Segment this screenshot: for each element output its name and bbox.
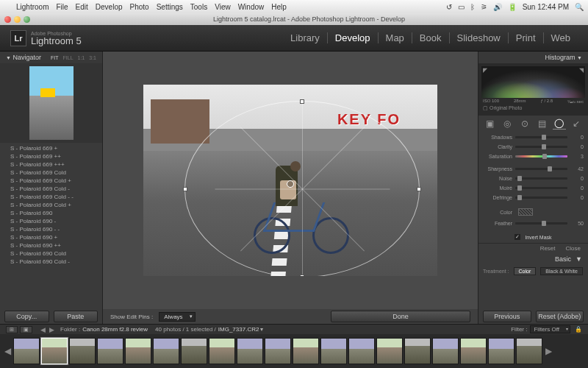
previous-button[interactable]: Previous xyxy=(483,311,531,322)
menu-tools[interactable]: Tools xyxy=(190,3,207,11)
filmstrip-thumb[interactable] xyxy=(209,338,235,364)
filmstrip-thumb[interactable] xyxy=(404,338,431,364)
preset-item[interactable]: S - Polaroid 669 +++ xyxy=(0,160,102,169)
preset-item[interactable]: S - Polaroid 690 + xyxy=(0,233,102,241)
filmstrip-thumb[interactable] xyxy=(237,338,263,364)
filmstrip-thumb[interactable] xyxy=(516,338,542,364)
slider-knob[interactable] xyxy=(548,166,552,171)
preset-item[interactable]: S - Polaroid 669 Cold + xyxy=(0,201,102,209)
menu-window[interactable]: Window xyxy=(238,3,265,11)
menu-photo[interactable]: Photo xyxy=(130,3,149,11)
redeye-tool-icon[interactable]: ⊙ xyxy=(518,118,531,130)
filmstrip-thumb[interactable] xyxy=(69,338,96,364)
basic-panel-header[interactable]: Basic ▼ xyxy=(478,253,588,265)
nav-next-icon[interactable]: ▶ xyxy=(47,326,56,333)
preset-item[interactable]: S - Polaroid 690 ++ xyxy=(0,241,102,250)
filmstrip-thumb[interactable] xyxy=(265,338,291,364)
menu-file[interactable]: File xyxy=(56,3,68,11)
clock-text[interactable]: Sun 12:44 PM xyxy=(523,3,569,11)
preset-item[interactable]: S - Polaroid 669 Cold + xyxy=(0,177,102,185)
invert-mask-checkbox[interactable]: ✓ xyxy=(514,234,520,240)
module-print[interactable]: Print xyxy=(509,32,544,43)
slider-track[interactable] xyxy=(515,155,567,158)
menu-edit[interactable]: Edit xyxy=(76,3,88,11)
slider-defringe[interactable]: Defringe0 xyxy=(483,193,584,202)
preset-item[interactable]: S - Polaroid 669 ++ xyxy=(0,152,102,160)
zoom-3-1[interactable]: 3:1 xyxy=(89,55,96,60)
slider-knob[interactable] xyxy=(517,176,522,181)
disclosure-icon[interactable]: ▼ xyxy=(576,255,582,263)
preset-item[interactable]: S - Polaroid 690 Cold - xyxy=(0,258,102,266)
filmstrip-thumb[interactable] xyxy=(320,338,347,364)
graduated-tool-icon[interactable]: ▤ xyxy=(535,118,548,130)
menu-settings[interactable]: Settings xyxy=(157,3,183,11)
filmstrip-thumb[interactable] xyxy=(488,338,514,364)
preset-item[interactable]: S - Polaroid 690 - xyxy=(0,217,102,225)
filmstrip-thumb[interactable] xyxy=(181,338,207,364)
slider-moiré[interactable]: Moiré0 xyxy=(483,183,584,193)
zoom-fill[interactable]: FILL xyxy=(63,55,74,60)
slider-clarity[interactable]: Clarity0 xyxy=(483,142,584,152)
radial-tool-icon[interactable]: ◯ xyxy=(553,118,566,130)
filmstrip-thumb[interactable] xyxy=(153,338,179,364)
module-library[interactable]: Library xyxy=(283,32,328,43)
menu-lightroom[interactable]: Lightroom xyxy=(16,3,49,11)
zoom-icon[interactable] xyxy=(24,16,30,23)
radial-handle-left[interactable] xyxy=(183,187,187,191)
preset-item[interactable]: S - Polaroid 669 Cold - - xyxy=(0,193,102,201)
filmstrip-thumb[interactable] xyxy=(97,338,123,364)
navigator-thumb[interactable] xyxy=(29,66,74,140)
slider-sharpness[interactable]: Sharpness42 xyxy=(483,164,584,174)
disclosure-icon[interactable]: ▼ xyxy=(6,55,11,60)
reset-adobe-button[interactable]: Reset (Adobe) xyxy=(536,311,584,322)
navigator-header[interactable]: ▼ Navigator FIT FILL 1:1 3:1 xyxy=(0,52,102,63)
preset-item[interactable]: S - Polaroid 690 xyxy=(0,209,102,217)
slider-knob[interactable] xyxy=(542,144,546,149)
filmstrip-thumb[interactable] xyxy=(376,338,403,364)
menu-view[interactable]: View xyxy=(215,3,231,11)
filmstrip-thumb[interactable] xyxy=(41,338,68,364)
mask-close-button[interactable]: Close xyxy=(566,245,581,252)
grid-view-icon[interactable]: ⊞ xyxy=(6,326,18,333)
crop-tool-icon[interactable]: ▣ xyxy=(484,118,497,130)
mask-reset-button[interactable]: Reset xyxy=(540,245,556,252)
slider-track[interactable] xyxy=(515,197,567,199)
treatment-bw[interactable]: Black & White xyxy=(540,267,583,275)
preset-item[interactable]: S - Polaroid 669 Cold xyxy=(0,169,102,177)
radial-handle-right[interactable] xyxy=(417,187,421,191)
display-icon[interactable]: ▭ xyxy=(458,3,465,11)
nav-prev-icon[interactable]: ◀ xyxy=(38,326,47,333)
histogram-header[interactable]: Histogram ▼ xyxy=(478,52,588,63)
slider-knob[interactable] xyxy=(517,185,522,191)
slider-track[interactable] xyxy=(515,168,567,170)
filmstrip-prev-icon[interactable]: ◀ xyxy=(3,346,12,356)
filter-select[interactable]: Filters Off xyxy=(530,325,570,333)
close-icon[interactable] xyxy=(4,16,11,23)
slider-knob[interactable] xyxy=(542,154,547,159)
filmstrip-next-icon[interactable]: ▶ xyxy=(544,346,553,356)
bluetooth-icon[interactable]: ᛒ xyxy=(470,3,475,11)
radial-filter-overlay[interactable] xyxy=(184,101,420,276)
radial-handle-top[interactable] xyxy=(300,99,304,104)
filmstrip-thumb[interactable] xyxy=(13,338,40,364)
filmstrip-thumb[interactable] xyxy=(293,338,319,364)
spotlight-icon[interactable]: 🔍 xyxy=(575,3,584,11)
zoom-1-1[interactable]: 1:1 xyxy=(78,55,85,60)
radial-filter-pin[interactable] xyxy=(287,180,294,188)
slider-track[interactable] xyxy=(515,136,567,138)
preset-item[interactable]: S - Polaroid 690 Cold xyxy=(0,250,102,258)
filmstrip-thumb[interactable] xyxy=(460,338,487,364)
filter-lock-icon[interactable]: 🔒 xyxy=(575,326,582,333)
zoom-fit[interactable]: FIT xyxy=(51,55,59,60)
histogram-graph[interactable]: ◤ ◥ xyxy=(481,66,585,98)
disclosure-icon[interactable]: ▼ xyxy=(577,55,582,60)
slider-feather[interactable]: Feather50 xyxy=(483,219,584,228)
minimize-icon[interactable] xyxy=(14,16,21,23)
wifi-icon[interactable]: ⚞ xyxy=(481,3,487,11)
slider-track[interactable] xyxy=(515,146,567,148)
treatment-color[interactable]: Color xyxy=(514,267,537,275)
module-slideshow[interactable]: Slideshow xyxy=(450,32,509,43)
paste-button[interactable]: Paste xyxy=(54,311,98,322)
slider-track[interactable] xyxy=(515,177,567,180)
slider-knob[interactable] xyxy=(542,135,546,140)
